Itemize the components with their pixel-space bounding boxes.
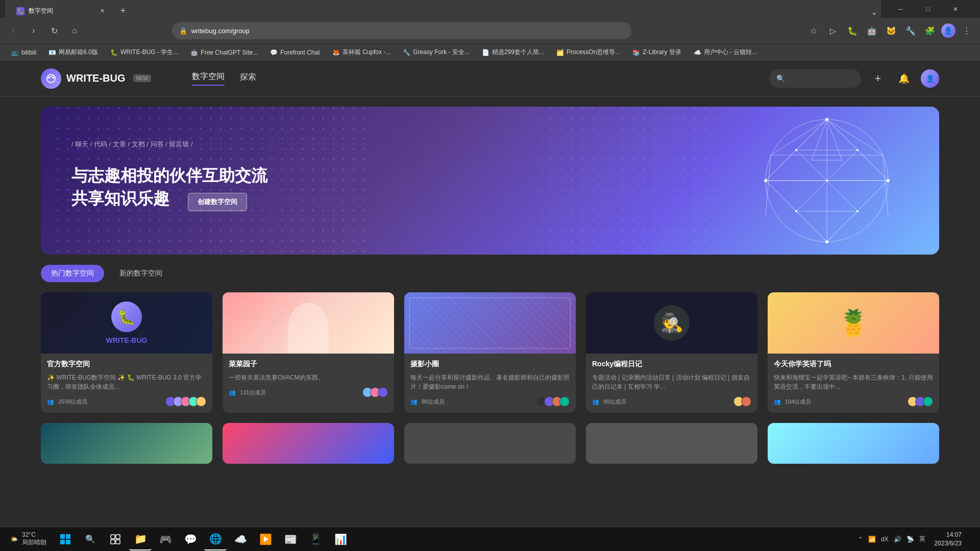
browser-chrome: 🐛 数字空间 ✕ + ⌄ ─ □ ✕ ‹ › ↻ ⌂ 🔒 writebug.co… xyxy=(0,0,980,61)
create-space-button[interactable]: 创建数字空间 xyxy=(188,193,247,211)
card-english-desc: 快来和海狸宝一起学英语吧~ 本群有三条铁律：1. 只能使用英语交流，不要出现中.… xyxy=(774,373,933,391)
active-tab[interactable]: 🐛 数字空间 ✕ xyxy=(10,3,112,19)
tab-hot-spaces[interactable]: 热门数字空间 xyxy=(41,265,104,282)
input-method-indicator[interactable]: 英 xyxy=(919,535,925,543)
card-placeholder5-image xyxy=(768,423,939,464)
bookmark-resume[interactable]: 📄 精选299套个人简... xyxy=(477,46,549,59)
window-controls: ─ □ ✕ xyxy=(881,2,975,17)
menu-button[interactable]: ⋮ xyxy=(959,22,975,39)
card-photo[interactable]: 摄影小圈 每天一起分享和探讨摄影作品、著名摄影师和自己的摄影照片！爱摄影come… xyxy=(404,292,576,413)
add-button[interactable]: + xyxy=(869,69,887,88)
show-desktop-button[interactable] xyxy=(971,527,975,552)
home-button[interactable]: ⌂ xyxy=(66,22,83,39)
bookmark-greasyfork[interactable]: 🔧 Greasy Fork - 安全... xyxy=(398,46,475,59)
tab-list-button[interactable]: ⌄ xyxy=(867,5,881,19)
taskbar-start-button[interactable] xyxy=(54,528,77,550)
taskbar-system-tray: ⌃ 📶 dX 🔊 📡 英 14:07 2023/6/23 xyxy=(858,527,975,552)
minimize-button[interactable]: ─ xyxy=(889,2,912,17)
bookmark-bilibili[interactable]: 📺 bilibili xyxy=(6,46,41,59)
header-search-box[interactable]: 🔍 xyxy=(769,69,861,88)
svg-point-38 xyxy=(764,179,767,182)
extension1-icon[interactable]: 🐛 xyxy=(844,22,861,39)
card-photo-image xyxy=(404,292,576,354)
card-english[interactable]: 🍍 今天你学英语了吗 快来和海狸宝一起学英语吧~ 本群有三条铁律：1. 只能使用… xyxy=(768,292,939,413)
address-bar[interactable]: 🔒 writebug.com/group xyxy=(172,22,631,39)
sys-tray-icons: ⌃ 📶 dX 🔊 📡 英 xyxy=(858,535,925,543)
taskbar-chrome[interactable]: 🌐 xyxy=(204,528,227,550)
card-rocky[interactable]: 🕵 Rocky编程日记 专题活动 | 记录圈内活动日常 | 活动计划 编程日记 … xyxy=(586,292,757,413)
bookmark-writebug[interactable]: 🐛 WRITE-BUG - 学生... xyxy=(105,46,183,59)
spaces-section: 热门数字空间 新的数字空间 🐛 WRITE-BUG 官方数字空间 ✨ WRITE… xyxy=(41,265,939,464)
avatar-p4 xyxy=(559,396,570,407)
hero-banner: / 聊天 / 代码 / 文章 / 文档 / 问答 / 留言墙 / 与志趣相投的伙… xyxy=(41,107,939,255)
svg-point-45 xyxy=(856,210,859,212)
member-icon-5: 👥 xyxy=(774,398,781,405)
taskbar-game-icon[interactable]: 🎮 xyxy=(154,528,177,550)
extension3-icon[interactable]: 🐱 xyxy=(883,22,899,39)
site-logo-text: WRITE-BUG xyxy=(66,72,126,84)
bookmark-cupfox[interactable]: 🦊 茶杯狐 Cupfox -... xyxy=(327,46,396,59)
reload-button[interactable]: ↻ xyxy=(46,22,62,39)
notification-bell-icon[interactable]: 🔔 xyxy=(895,69,913,88)
taskbar-onedrive[interactable]: ☁️ xyxy=(229,528,252,550)
nav-explore[interactable]: 探索 xyxy=(240,72,256,85)
taskbar-search-button[interactable]: 🔍 xyxy=(79,528,102,550)
close-button[interactable]: ✕ xyxy=(944,2,967,17)
maximize-button[interactable]: □ xyxy=(916,2,940,17)
card-forest[interactable] xyxy=(41,423,212,464)
card-official[interactable]: 🐛 WRITE-BUG 官方数字空间 ✨ WRITE-BUG数字空间 ✨ 🐛 W… xyxy=(41,292,212,413)
taskbar-wechat[interactable]: 💬 xyxy=(179,528,202,550)
taskbar-redapp[interactable]: 📰 xyxy=(279,528,302,550)
cast-icon[interactable]: ▷ xyxy=(825,22,841,39)
card-anime[interactable] xyxy=(223,423,394,464)
svg-line-32 xyxy=(766,155,771,216)
bookmark-star-icon[interactable]: ☆ xyxy=(805,22,822,39)
taskbar-kplayer[interactable]: ▶️ xyxy=(254,528,277,550)
svg-point-3 xyxy=(51,76,52,77)
card-placeholder4[interactable] xyxy=(586,423,757,464)
tray-network-icon: 📶 xyxy=(868,536,876,543)
extension2-icon[interactable]: 🤖 xyxy=(864,22,880,39)
card-placeholder5[interactable] xyxy=(768,423,939,464)
profile-icon[interactable]: 👤 xyxy=(941,23,955,38)
title-bar: 🐛 数字空间 ✕ + ⌄ ─ □ ✕ xyxy=(0,0,980,18)
svg-line-30 xyxy=(827,119,883,155)
svg-point-41 xyxy=(795,149,797,151)
tab-new-spaces[interactable]: 新的数字空间 xyxy=(109,265,173,282)
bookmark-zlibrary[interactable]: 📚 Z-Library 登录 xyxy=(627,46,686,59)
card-veggie[interactable]: 菜菜园子 一些有关算法竞赛OI/ACM的东西。 👥 131位成员 xyxy=(223,292,394,413)
banner-breadcrumb: / 聊天 / 代码 / 文章 / 文档 / 问答 / 留言墙 / xyxy=(71,140,267,149)
bookmark-chatgpt[interactable]: 🤖 Free ChatGPT Site... xyxy=(185,46,263,59)
tray-up-arrow[interactable]: ⌃ xyxy=(858,536,863,543)
page-content: WRITE-BUG NEW 数字空间 探索 🔍 + 🔔 👤 xyxy=(0,61,980,531)
bookmark-processon[interactable]: 🗂️ ProcessOn思维导... xyxy=(551,46,625,59)
bookmark-wangyi[interactable]: 📧 网易邮箱6.0版 xyxy=(43,46,103,59)
toolbar-right: ☆ ▷ 🐛 🤖 🐱 🔧 🧩 👤 ⋮ xyxy=(805,22,975,39)
svg-line-27 xyxy=(827,211,857,242)
tab-close-button[interactable]: ✕ xyxy=(98,7,106,15)
bookmark-forefront[interactable]: 💬 Forefront Chat xyxy=(265,46,325,59)
card-official-body: 官方数字空间 ✨ WRITE-BUG数字空间 ✨ 🐛 WRITE-BUG 3.0… xyxy=(41,354,212,413)
nav-digital-space[interactable]: 数字空间 xyxy=(192,71,225,86)
writebug-bm-icon: 🐛 xyxy=(110,49,118,56)
section-tabs: 热门数字空间 新的数字空间 xyxy=(41,265,939,282)
back-button[interactable]: ‹ xyxy=(5,22,21,39)
user-avatar[interactable]: 👤 xyxy=(921,69,939,88)
forward-button[interactable]: › xyxy=(26,22,42,39)
svg-point-44 xyxy=(795,210,797,212)
svg-line-29 xyxy=(771,119,827,155)
card-forest-image xyxy=(41,423,212,464)
taskbar-taskview-button[interactable] xyxy=(104,528,127,550)
card-official-members: 2039位成员 xyxy=(58,398,87,406)
extension4-icon[interactable]: 🔧 xyxy=(902,22,919,39)
new-tab-button[interactable]: + xyxy=(115,3,131,19)
system-clock[interactable]: 14:07 2023/6/23 xyxy=(929,531,967,548)
taskbar-excel[interactable]: 📊 xyxy=(329,528,352,550)
extensions-button[interactable]: 🧩 xyxy=(922,22,938,39)
taskbar-explorer[interactable]: 📁 xyxy=(129,528,152,550)
site-logo-icon[interactable] xyxy=(41,68,61,89)
card-official-desc: ✨ WRITE-BUG数字空间 ✨ 🐛 WRITE-BUG 3.0 官方学习圈，… xyxy=(47,373,206,391)
taskbar-mobile[interactable]: 📱 xyxy=(304,528,327,550)
bookmark-usercenter[interactable]: ☁️ 用户中心 - 云猫转... xyxy=(689,46,763,59)
card-placeholder3[interactable] xyxy=(404,423,576,464)
